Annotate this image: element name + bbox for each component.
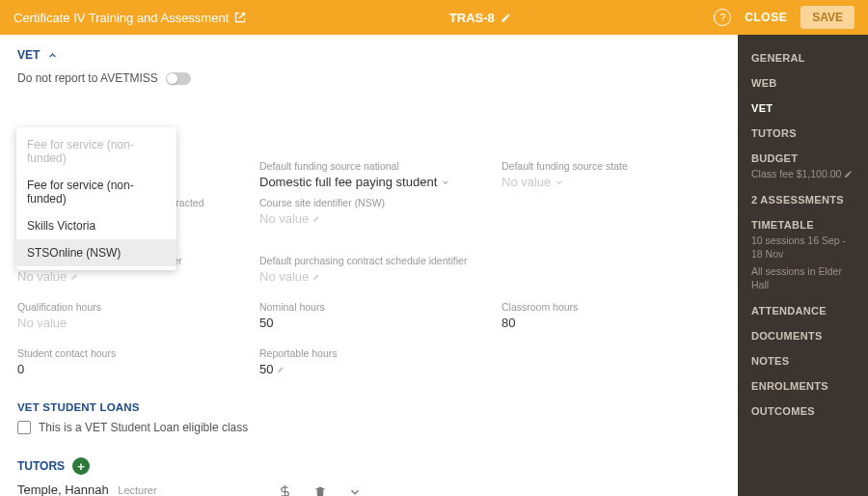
student-contact-label: Student contact hours <box>17 347 236 359</box>
title-text: Certificate IV Training and Assessment <box>14 11 229 25</box>
course-site-label: Course site identifier (NSW) <box>259 197 478 208</box>
field-empty-r5c3 <box>502 347 720 376</box>
pencil-icon[interactable] <box>277 365 285 373</box>
field-course-site[interactable]: Course site identifier (NSW) No value <box>259 197 478 237</box>
topbar: Certificate IV Training and Assessment T… <box>0 0 868 35</box>
vsl-checkbox[interactable] <box>17 421 31 434</box>
field-purch-sched[interactable]: Default purchasing contract schedule ide… <box>259 255 478 284</box>
close-button[interactable]: CLOSE <box>745 11 787 24</box>
field-reportable-hours[interactable]: Reportable hours 50 <box>259 347 478 376</box>
tutors-heading: TUTORS <box>17 459 65 473</box>
student-contact-value: 0 <box>17 362 236 376</box>
sidebar-item-attendance[interactable]: ATTENDANCE <box>751 305 854 317</box>
reportable-hours-text: 50 <box>259 362 273 376</box>
sidebar: GENERAL WEB VET TUTORS BUDGET Class fee … <box>738 35 868 496</box>
tutor-info[interactable]: Temple, Hannah Lecturer Visible Not conf… <box>17 482 278 496</box>
funding-dropdown: Fee for service (non-funded) Fee for ser… <box>16 127 176 270</box>
main-content: VET Do not report to AVETMISS Fee for se… <box>0 35 738 496</box>
help-icon[interactable]: ? <box>714 9 731 26</box>
trash-icon[interactable] <box>313 485 327 497</box>
sidebar-item-web[interactable]: WEB <box>751 77 854 89</box>
sidebar-item-outcomes[interactable]: OUTCOMES <box>751 405 854 417</box>
purch-sched-label: Default purchasing contract schedule ide… <box>259 255 478 266</box>
vsl-heading: VET STUDENT LOANS <box>17 401 720 413</box>
field-empty-r3c3 <box>502 255 720 284</box>
sidebar-item-notes[interactable]: NOTES <box>751 355 854 367</box>
funding-state-text: No value <box>502 175 551 189</box>
purch-contract-text: No value <box>17 269 67 284</box>
vsl-checkbox-row[interactable]: This is a VET Student Loan eligible clas… <box>17 421 720 434</box>
field-classroom-hours[interactable]: Classroom hours 80 <box>502 301 720 330</box>
funding-state-label: Default funding source state <box>502 160 720 172</box>
nominal-hours-label: Nominal hours <box>259 301 478 313</box>
chevron-down-icon[interactable] <box>555 178 564 187</box>
field-qual-hours[interactable]: Qualification hours No value <box>17 301 236 330</box>
course-site-text: No value <box>259 211 309 226</box>
pencil-icon[interactable] <box>312 272 321 281</box>
sidebar-item-tutors[interactable]: TUTORS <box>751 127 854 139</box>
dropdown-opt-stsonline[interactable]: STSOnline (NSW) <box>16 239 176 266</box>
reportable-hours-label: Reportable hours <box>259 347 478 359</box>
vet-section-head[interactable]: VET <box>17 48 720 62</box>
qual-hours-label: Qualification hours <box>17 301 236 313</box>
save-button[interactable]: SAVE <box>800 6 854 29</box>
nominal-hours-value: 50 <box>259 316 478 330</box>
reportable-hours-value: 50 <box>259 362 478 376</box>
external-link-icon[interactable] <box>234 12 246 23</box>
class-code: TRAS-8 <box>246 11 714 25</box>
sidebar-item-vet[interactable]: VET <box>751 102 854 114</box>
dropdown-opt-fee[interactable]: Fee for service (non-funded) <box>16 172 176 212</box>
classroom-hours-value: 80 <box>502 316 720 330</box>
tutor-role: Lecturer <box>118 484 156 496</box>
classroom-hours-label: Classroom hours <box>502 301 720 313</box>
funding-national-text: Domestic full fee paying student <box>259 175 437 189</box>
sidebar-item-assessments[interactable]: 2 ASSESSMENTS <box>751 194 854 206</box>
field-empty-r2c3 <box>502 207 720 237</box>
timetable-sub2: All sessions in Elder Hall <box>751 264 854 291</box>
funding-national-value: Domestic full fee paying student <box>259 175 478 189</box>
dropdown-opt-skills-vic[interactable]: Skills Victoria <box>16 212 176 239</box>
sidebar-item-enrolments[interactable]: ENROLMENTS <box>751 380 854 392</box>
chevron-up-icon <box>47 50 58 61</box>
qual-hours-value: No value <box>17 316 236 330</box>
sidebar-item-general[interactable]: GENERAL <box>751 52 854 64</box>
pencil-icon[interactable] <box>312 214 321 223</box>
avetmiss-row: Do not report to AVETMISS <box>17 71 720 85</box>
page-title: Certificate IV Training and Assessment <box>14 11 246 25</box>
add-tutor-button[interactable]: + <box>72 457 90 475</box>
pencil-icon[interactable] <box>844 170 853 179</box>
funding-state-value: No value <box>502 175 720 189</box>
avetmiss-label: Do not report to AVETMISS <box>17 71 158 85</box>
sidebar-item-documents[interactable]: DOCUMENTS <box>751 330 854 342</box>
field-funding-state[interactable]: Default funding source state No value <box>502 160 720 189</box>
purch-contract-value: No value <box>17 269 236 284</box>
timetable-sub1: 10 sessions 16 Sep - 18 Nov <box>751 234 854 261</box>
code-text: TRAS-8 <box>449 11 495 25</box>
pencil-icon[interactable] <box>70 272 79 281</box>
pencil-icon[interactable] <box>501 13 511 23</box>
chevron-down-icon[interactable] <box>348 485 362 497</box>
funding-national-label: Default funding source national <box>259 160 478 172</box>
chevron-down-icon[interactable] <box>441 178 450 187</box>
sidebar-item-timetable[interactable]: TIMETABLE <box>751 219 854 231</box>
avetmiss-toggle[interactable] <box>166 72 191 85</box>
course-site-value: No value <box>259 211 478 226</box>
tutors-heading-row: TUTORS + <box>17 457 720 475</box>
dollar-icon[interactable] <box>278 484 292 496</box>
field-nominal-hours[interactable]: Nominal hours 50 <box>259 301 478 330</box>
purch-sched-text: No value <box>259 269 309 284</box>
tutor-actions <box>278 484 362 496</box>
dropdown-opt-disabled: Fee for service (non-funded) <box>16 131 176 172</box>
field-student-contact[interactable]: Student contact hours 0 <box>17 347 236 376</box>
purch-sched-value: No value <box>259 269 478 284</box>
field-funding-national[interactable]: Default funding source national Domestic… <box>259 160 478 189</box>
tutor-row: Temple, Hannah Lecturer Visible Not conf… <box>17 482 720 496</box>
vet-heading: VET <box>17 48 40 62</box>
budget-sub-text: Class fee $1,100.00 <box>751 167 841 180</box>
tutor-name: Temple, Hannah <box>17 482 109 496</box>
vsl-checkbox-label: This is a VET Student Loan eligible clas… <box>39 421 248 434</box>
sidebar-item-budget[interactable]: BUDGET <box>751 152 854 164</box>
topbar-actions: ? CLOSE SAVE <box>714 6 854 29</box>
sidebar-budget-sub: Class fee $1,100.00 <box>751 167 854 180</box>
